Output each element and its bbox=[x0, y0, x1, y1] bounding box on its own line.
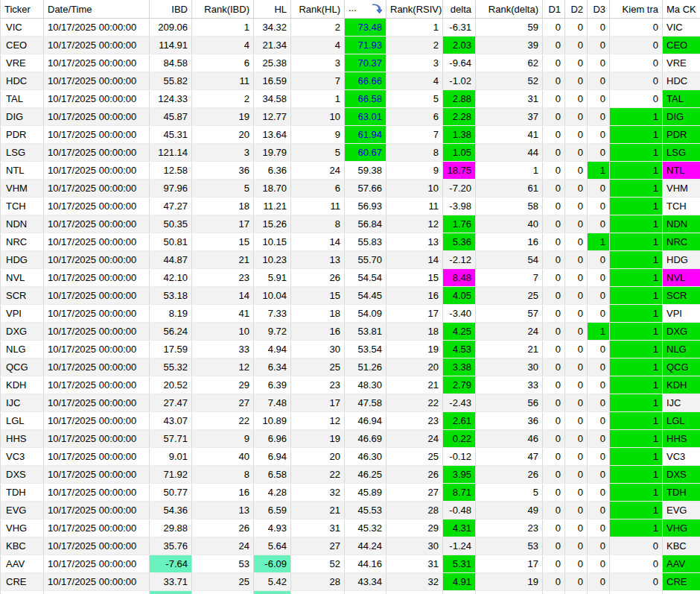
cell-d1[interactable]: 0 bbox=[543, 72, 565, 90]
cell-delta[interactable]: 4.25 bbox=[443, 323, 476, 341]
cell-ibd[interactable]: 45.87 bbox=[150, 108, 192, 126]
cell-delta[interactable]: 8.71 bbox=[443, 484, 476, 502]
cell-rank_ibd[interactable]: 5 bbox=[192, 180, 254, 198]
cell-rank_delta[interactable]: 7 bbox=[476, 269, 543, 287]
cell-ma_ck[interactable]: TDH bbox=[663, 484, 700, 502]
cell-datetime[interactable]: 10/17/2025 00:00:00 bbox=[44, 233, 150, 251]
cell-d3[interactable]: 0 bbox=[588, 198, 610, 215]
cell-hl[interactable]: 12.77 bbox=[254, 108, 291, 126]
cell-ma_ck[interactable]: HHS bbox=[663, 430, 700, 448]
cell-d1[interactable]: 0 bbox=[543, 519, 565, 537]
cell-ticker[interactable]: TAL bbox=[1, 90, 44, 108]
column-header-rank_rsiv[interactable]: Rank(RSIV) bbox=[386, 0, 443, 19]
cell-rank_hl[interactable]: 31 bbox=[291, 519, 345, 537]
cell-hl[interactable]: 5.64 bbox=[254, 537, 291, 555]
cell-ibd[interactable]: 43.07 bbox=[150, 412, 192, 430]
table-row[interactable]: NTL10/17/2025 00:00:0012.58366.362459.38… bbox=[1, 162, 700, 180]
cell-rank_delta[interactable]: 62 bbox=[476, 54, 543, 72]
cell-rank_rsiv[interactable]: 27 bbox=[386, 484, 443, 502]
cell-d3[interactable]: 0 bbox=[588, 54, 610, 72]
cell-d2[interactable]: 0 bbox=[565, 323, 588, 341]
cell-rank_rsiv[interactable]: 30 bbox=[386, 537, 443, 555]
cell-delta[interactable]: 1.38 bbox=[443, 126, 476, 144]
cell-ma_ck[interactable]: KBC bbox=[663, 537, 700, 555]
cell-rank_hl[interactable]: 10 bbox=[291, 108, 345, 126]
cell-delta[interactable]: 4.53 bbox=[443, 341, 476, 358]
cell-rank_hl[interactable]: 20 bbox=[291, 448, 345, 466]
table-row[interactable]: HDG10/17/2025 00:00:0044.872110.231355.7… bbox=[1, 251, 700, 269]
cell-ma_ck[interactable]: NRC bbox=[663, 233, 700, 251]
cell-rank_ibd[interactable]: 15 bbox=[192, 233, 254, 251]
cell-ma_ck[interactable]: QCG bbox=[663, 358, 700, 376]
column-header-datetime[interactable]: Date/Time bbox=[44, 0, 150, 19]
cell-d1[interactable]: 0 bbox=[543, 412, 565, 430]
cell-datetime[interactable]: 10/17/2025 00:00:00 bbox=[44, 430, 150, 448]
cell-d3[interactable]: 0 bbox=[588, 466, 610, 484]
cell-d1[interactable]: 0 bbox=[543, 126, 565, 144]
cell-rank_hl[interactable]: 22 bbox=[291, 466, 345, 484]
cell-rank_delta[interactable]: 47 bbox=[476, 448, 543, 466]
cell-datetime[interactable]: 10/17/2025 00:00:00 bbox=[44, 37, 150, 54]
cell-rank_ibd[interactable]: 19 bbox=[192, 108, 254, 126]
cell-rank_hl[interactable]: 12 bbox=[291, 412, 345, 430]
cell-kiem_tra[interactable]: 1 bbox=[610, 448, 663, 466]
cell-rank_ibd[interactable]: 21 bbox=[192, 251, 254, 269]
cell-d3[interactable]: 0 bbox=[588, 180, 610, 198]
cell-d3[interactable]: 0 bbox=[588, 412, 610, 430]
cell-datetime[interactable]: 10/17/2025 00:00:00 bbox=[44, 466, 150, 484]
cell-rank_ibd[interactable]: 4 bbox=[192, 37, 254, 54]
cell-rank_hl[interactable]: 26 bbox=[291, 269, 345, 287]
table-row[interactable]: VRE10/17/2025 00:00:0084.58625.38370.373… bbox=[1, 54, 700, 72]
cell-d2[interactable]: 0 bbox=[565, 37, 588, 54]
cell-d2[interactable]: 0 bbox=[565, 198, 588, 215]
cell-rank_ibd[interactable]: 20 bbox=[192, 126, 254, 144]
cell-delta[interactable]: -1.02 bbox=[443, 72, 476, 90]
cell-rank_hl[interactable]: 27 bbox=[291, 537, 345, 555]
cell-rsiv[interactable]: 66.66 bbox=[345, 72, 386, 90]
cell-delta[interactable]: -1.24 bbox=[443, 537, 476, 555]
cell-datetime[interactable]: 10/17/2025 00:00:00 bbox=[44, 144, 150, 162]
cell-d1[interactable]: 0 bbox=[543, 162, 565, 180]
cell-ibd[interactable]: 50.81 bbox=[150, 233, 192, 251]
cell-delta[interactable]: 1.76 bbox=[443, 215, 476, 233]
cell-ibd[interactable]: 97.96 bbox=[150, 180, 192, 198]
cell-datetime[interactable]: 10/17/2025 00:00:00 bbox=[44, 72, 150, 90]
cell-rank_delta[interactable]: 1 bbox=[476, 162, 543, 180]
cell-ticker[interactable]: SCR bbox=[1, 287, 44, 305]
cell-rsiv[interactable]: 56.84 bbox=[345, 215, 386, 233]
cell-ma_ck[interactable]: TAL bbox=[663, 90, 700, 108]
cell-ticker[interactable]: LGL bbox=[1, 412, 44, 430]
cell-ma_ck[interactable]: LSG bbox=[663, 144, 700, 162]
cell-hl[interactable]: 4.93 bbox=[254, 519, 291, 537]
cell-rank_ibd[interactable]: 12 bbox=[192, 358, 254, 376]
cell-ticker[interactable]: HHS bbox=[1, 430, 44, 448]
cell-ticker[interactable]: IJC bbox=[1, 394, 44, 412]
cell-rsiv[interactable]: 71.93 bbox=[345, 37, 386, 54]
cell-d3[interactable]: 1 bbox=[588, 233, 610, 251]
cell-d2[interactable]: 0 bbox=[565, 358, 588, 376]
cell-rank_delta[interactable]: 5 bbox=[476, 484, 543, 502]
cell-rank_hl[interactable]: 21 bbox=[291, 502, 345, 519]
cell-d1[interactable]: 0 bbox=[543, 269, 565, 287]
cell-rank_delta[interactable]: 24 bbox=[476, 323, 543, 341]
cell-ticker[interactable]: CRE bbox=[1, 573, 44, 591]
cell-rank_rsiv[interactable] bbox=[386, 591, 443, 594]
cell-d3[interactable]: 0 bbox=[588, 376, 610, 394]
cell-hl[interactable]: 6.34 bbox=[254, 358, 291, 376]
cell-ticker[interactable]: NLG bbox=[1, 341, 44, 358]
cell-d1[interactable]: 0 bbox=[543, 180, 565, 198]
cell-ticker[interactable]: VHM bbox=[1, 180, 44, 198]
cell-hl[interactable]: 5.91 bbox=[254, 269, 291, 287]
table-row[interactable]: LGL10/17/2025 00:00:0043.072210.891246.9… bbox=[1, 412, 700, 430]
cell-rank_ibd[interactable]: 18 bbox=[192, 198, 254, 215]
cell-kiem_tra[interactable]: 1 bbox=[610, 376, 663, 394]
cell-rank_ibd[interactable]: 24 bbox=[192, 537, 254, 555]
cell-d3[interactable]: 0 bbox=[588, 19, 610, 37]
cell-datetime[interactable]: 10/17/2025 00:00:00 bbox=[44, 341, 150, 358]
cell-ticker[interactable]: AAV bbox=[1, 555, 44, 573]
cell-ma_ck[interactable]: HDC bbox=[663, 72, 700, 90]
cell-d2[interactable]: 0 bbox=[565, 448, 588, 466]
cell-datetime[interactable]: 10/17/2025 00:00:00 bbox=[44, 519, 150, 537]
cell-rsiv[interactable]: 55.83 bbox=[345, 233, 386, 251]
cell-ticker[interactable]: TDH bbox=[1, 484, 44, 502]
